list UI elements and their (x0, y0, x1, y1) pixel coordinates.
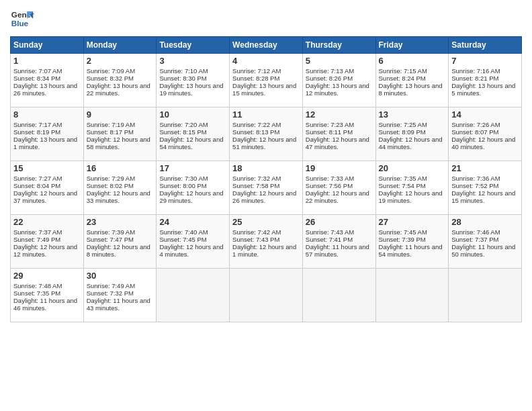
table-row: 16Sunrise: 7:29 AMSunset: 8:02 PMDayligh… (83, 161, 157, 215)
sunset-label: Sunset: 8:13 PM (232, 128, 279, 136)
sunrise-label: Sunrise: 7:27 AM (13, 175, 62, 182)
daylight-label: Daylight: 12 hours and 19 minutes. (379, 189, 443, 204)
calendar-week-row: 29Sunrise: 7:48 AMSunset: 7:35 PMDayligh… (11, 269, 522, 322)
calendar-week-row: 22Sunrise: 7:37 AMSunset: 7:49 PMDayligh… (11, 215, 522, 269)
day-number: 7 (451, 56, 519, 66)
table-row: 22Sunrise: 7:37 AMSunset: 7:49 PMDayligh… (11, 215, 84, 269)
daylight-label: Daylight: 12 hours and 29 minutes. (159, 189, 223, 204)
table-row: 12Sunrise: 7:23 AMSunset: 8:11 PMDayligh… (302, 107, 375, 161)
day-number: 16 (87, 163, 154, 173)
daylight-label: Daylight: 12 hours and 54 minutes. (159, 136, 223, 150)
table-row: 8Sunrise: 7:17 AMSunset: 8:19 PMDaylight… (11, 107, 84, 161)
sunset-label: Sunset: 7:58 PM (232, 182, 279, 189)
daylight-label: Daylight: 12 hours and 26 minutes. (232, 189, 296, 204)
day-number: 15 (13, 163, 81, 173)
sunset-label: Sunset: 8:26 PM (306, 75, 353, 82)
sunrise-label: Sunrise: 7:12 AM (232, 67, 281, 75)
daylight-label: Daylight: 11 hours and 54 minutes. (379, 243, 443, 258)
day-number: 10 (159, 109, 226, 120)
table-row: 17Sunrise: 7:30 AMSunset: 8:00 PMDayligh… (157, 161, 230, 215)
sunset-label: Sunset: 7:37 PM (451, 236, 498, 243)
day-number: 5 (306, 56, 373, 66)
table-row: 13Sunrise: 7:25 AMSunset: 8:09 PMDayligh… (375, 107, 449, 161)
day-number: 26 (306, 217, 373, 227)
sunrise-label: Sunrise: 7:40 AM (159, 228, 208, 236)
sunset-label: Sunset: 7:39 PM (379, 236, 426, 243)
table-row: 20Sunrise: 7:35 AMSunset: 7:54 PMDayligh… (375, 161, 449, 215)
day-number: 24 (159, 217, 226, 227)
table-row (375, 269, 449, 322)
daylight-label: Daylight: 12 hours and 47 minutes. (306, 136, 369, 150)
sunset-label: Sunset: 8:32 PM (87, 75, 134, 82)
day-number: 25 (232, 217, 300, 227)
table-row: 10Sunrise: 7:20 AMSunset: 8:15 PMDayligh… (157, 107, 230, 161)
table-row: 21Sunrise: 7:36 AMSunset: 7:52 PMDayligh… (449, 161, 522, 215)
day-number: 21 (451, 163, 519, 173)
daylight-label: Daylight: 11 hours and 50 minutes. (451, 243, 515, 258)
daylight-label: Daylight: 13 hours and 1 minute. (13, 136, 77, 150)
sunset-label: Sunset: 7:52 PM (451, 182, 498, 189)
daylight-label: Daylight: 12 hours and 51 minutes. (232, 136, 296, 150)
daylight-label: Daylight: 13 hours and 5 minutes. (451, 82, 515, 97)
header-monday: Monday (83, 37, 157, 54)
day-number: 11 (232, 109, 300, 120)
sunrise-label: Sunrise: 7:16 AM (451, 67, 500, 75)
table-row: 27Sunrise: 7:45 AMSunset: 7:39 PMDayligh… (375, 215, 449, 269)
table-row: 29Sunrise: 7:48 AMSunset: 7:35 PMDayligh… (11, 269, 84, 322)
sunset-label: Sunset: 8:15 PM (159, 128, 206, 136)
daylight-label: Daylight: 12 hours and 33 minutes. (87, 189, 150, 204)
table-row: 3Sunrise: 7:10 AMSunset: 8:30 PMDaylight… (157, 54, 230, 107)
daylight-label: Daylight: 11 hours and 57 minutes. (306, 243, 369, 258)
header: General Blue (10, 7, 522, 31)
sunrise-label: Sunrise: 7:29 AM (87, 175, 135, 182)
day-number: 6 (379, 56, 446, 66)
sunrise-label: Sunrise: 7:26 AM (451, 121, 500, 128)
day-number: 22 (13, 217, 81, 227)
sunset-label: Sunset: 7:49 PM (13, 236, 60, 243)
table-row (449, 269, 522, 322)
day-number: 12 (306, 109, 373, 120)
table-row (302, 269, 375, 322)
sunrise-label: Sunrise: 7:46 AM (451, 228, 500, 236)
sunset-label: Sunset: 7:54 PM (379, 182, 426, 189)
sunrise-label: Sunrise: 7:33 AM (306, 175, 354, 182)
sunset-label: Sunset: 8:04 PM (13, 182, 60, 189)
sunset-label: Sunset: 7:43 PM (232, 236, 279, 243)
sunrise-label: Sunrise: 7:30 AM (159, 175, 208, 182)
table-row (157, 269, 230, 322)
sunset-label: Sunset: 8:09 PM (379, 128, 426, 136)
daylight-label: Daylight: 12 hours and 44 minutes. (379, 136, 443, 150)
sunset-label: Sunset: 8:02 PM (87, 182, 134, 189)
table-row: 4Sunrise: 7:12 AMSunset: 8:28 PMDaylight… (230, 54, 303, 107)
sunrise-label: Sunrise: 7:23 AM (306, 121, 354, 128)
sunrise-label: Sunrise: 7:13 AM (306, 67, 354, 75)
sunset-label: Sunset: 8:28 PM (232, 75, 279, 82)
sunset-label: Sunset: 7:45 PM (159, 236, 206, 243)
sunset-label: Sunset: 7:41 PM (306, 236, 353, 243)
sunrise-label: Sunrise: 7:36 AM (451, 175, 500, 182)
sunrise-label: Sunrise: 7:15 AM (379, 67, 427, 75)
day-number: 1 (13, 56, 81, 66)
table-row: 14Sunrise: 7:26 AMSunset: 8:07 PMDayligh… (449, 107, 522, 161)
daylight-label: Daylight: 13 hours and 8 minutes. (379, 82, 443, 97)
table-row: 11Sunrise: 7:22 AMSunset: 8:13 PMDayligh… (230, 107, 303, 161)
sunset-label: Sunset: 7:56 PM (306, 182, 353, 189)
calendar-week-row: 15Sunrise: 7:27 AMSunset: 8:04 PMDayligh… (11, 161, 522, 215)
daylight-label: Daylight: 12 hours and 58 minutes. (87, 136, 150, 150)
sunset-label: Sunset: 7:32 PM (87, 289, 134, 297)
logo-icon: General Blue (10, 7, 34, 31)
sunrise-label: Sunrise: 7:07 AM (13, 67, 62, 75)
sunrise-label: Sunrise: 7:17 AM (13, 121, 62, 128)
calendar-week-row: 8Sunrise: 7:17 AMSunset: 8:19 PMDaylight… (11, 107, 522, 161)
daylight-label: Daylight: 13 hours and 15 minutes. (232, 82, 296, 97)
sunrise-label: Sunrise: 7:09 AM (87, 67, 135, 75)
calendar-table: Sunday Monday Tuesday Wednesday Thursday… (10, 36, 522, 322)
table-row: 23Sunrise: 7:39 AMSunset: 7:47 PMDayligh… (83, 215, 157, 269)
sunset-label: Sunset: 8:34 PM (13, 75, 60, 82)
sunrise-label: Sunrise: 7:35 AM (379, 175, 427, 182)
sunrise-label: Sunrise: 7:39 AM (87, 228, 135, 236)
daylight-label: Daylight: 12 hours and 8 minutes. (87, 243, 150, 258)
day-number: 23 (87, 217, 154, 227)
table-row (230, 269, 303, 322)
sunset-label: Sunset: 8:07 PM (451, 128, 498, 136)
